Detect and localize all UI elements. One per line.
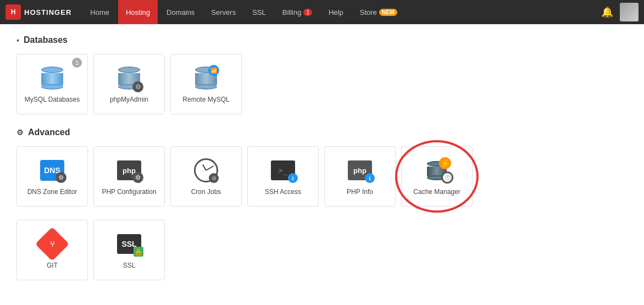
php-info-card[interactable]: php i PHP Info: [324, 146, 396, 207]
advanced-section-header: ⚙ Advanced: [16, 127, 628, 137]
notification-bell-icon[interactable]: 🔔: [601, 6, 613, 18]
databases-section-icon: ▪: [16, 36, 19, 45]
remote-mysql-card[interactable]: 📶 Remote MySQL: [170, 54, 242, 114]
mysql-badge: 1: [72, 58, 82, 68]
dns-gear-icon: ⚙: [55, 172, 66, 183]
ssl-card[interactable]: SSL 🔒 SSL: [93, 220, 165, 280]
dns-zone-editor-icon: DNS ⚙: [39, 157, 65, 184]
brand-logo-area[interactable]: H HOSTINGER: [5, 4, 71, 20]
nav-hosting[interactable]: Hosting: [118, 0, 158, 24]
mysql-databases-card[interactable]: 1 MySQL Databases: [16, 54, 88, 114]
nav-home[interactable]: Home: [82, 0, 117, 24]
databases-cards-grid: 1 MySQL Databases ⚙ phpMyAdmin: [16, 54, 628, 114]
cache-lightning-icon: ⚡: [439, 157, 451, 169]
cron-jobs-card[interactable]: ⚙ Cron Jobs: [170, 146, 242, 207]
remote-mysql-card-label: Remote MySQL: [182, 96, 229, 103]
remote-mysql-wifi-overlay: 📶: [208, 65, 219, 76]
ssh-access-label: SSH Access: [265, 188, 301, 196]
nav-items: Home Hosting Domains Servers SSL Billing…: [82, 0, 601, 24]
php-info-label: PHP Info: [347, 188, 373, 196]
nav-ssl[interactable]: SSL: [245, 0, 274, 24]
cron-gear-icon: ⚙: [209, 173, 219, 183]
git-icon: ⑂: [39, 231, 65, 257]
ssl-icon: SSL 🔒: [116, 231, 142, 257]
nav-store[interactable]: Store NEW: [352, 0, 405, 24]
cache-clock-icon: 🕐: [441, 171, 453, 184]
advanced-section-title: Advanced: [28, 127, 70, 137]
advanced-row2-grid: ⑂ GIT SSL 🔒 SSL: [16, 220, 628, 280]
cache-manager-icon: ⚡ 🕐: [424, 157, 450, 184]
advanced-section-icon: ⚙: [16, 128, 24, 137]
user-avatar[interactable]: [620, 3, 639, 21]
phpinfo-info-icon: i: [365, 173, 375, 183]
brand-name: HOSTINGER: [24, 8, 71, 16]
cron-jobs-label: Cron Jobs: [191, 188, 221, 196]
php-configuration-card[interactable]: php ⚙ PHP Configuration: [93, 146, 165, 207]
main-content: ▪ Databases 1 MySQL Databases: [0, 24, 644, 305]
nav-help[interactable]: Help: [321, 0, 351, 24]
advanced-row1-grid: DNS ⚙ DNS Zone Editor php ⚙ PHP Configur…: [16, 146, 628, 207]
nav-billing[interactable]: Billing 1: [275, 0, 320, 24]
ssl-label: SSL: [123, 262, 136, 269]
nav-servers[interactable]: Servers: [203, 0, 243, 24]
avatar-image: [620, 3, 639, 21]
nav-right-area: 🔔: [601, 3, 639, 21]
php-config-gear-icon: ⚙: [132, 172, 143, 183]
php-configuration-label: PHP Configuration: [102, 188, 156, 196]
ssh-access-icon: >_ i: [270, 157, 296, 184]
php-configuration-icon: php ⚙: [116, 157, 142, 184]
ssh-access-card[interactable]: >_ i SSH Access: [247, 146, 319, 207]
store-new-badge: NEW: [379, 9, 397, 16]
dns-zone-editor-card[interactable]: DNS ⚙ DNS Zone Editor: [16, 146, 88, 207]
git-card[interactable]: ⑂ GIT: [16, 220, 88, 280]
brand-icon: H: [5, 4, 21, 20]
billing-badge: 1: [303, 9, 312, 16]
remote-mysql-icon: 📶: [193, 65, 219, 91]
phpmyadmin-card[interactable]: ⚙ phpMyAdmin: [93, 54, 165, 114]
dns-zone-editor-label: DNS Zone Editor: [27, 188, 77, 196]
mysql-card-label: MySQL Databases: [25, 96, 80, 103]
mysql-icon: [39, 65, 65, 91]
ssl-lock-icon: 🔒: [134, 247, 143, 257]
ssh-info-icon: i: [288, 173, 298, 183]
git-label: GIT: [47, 262, 58, 269]
databases-section-title: Databases: [24, 35, 68, 45]
cache-manager-card[interactable]: ⚡ 🕐 Cache Manager: [401, 146, 473, 207]
phpmyadmin-icon: ⚙: [116, 65, 142, 91]
php-info-icon: php i: [347, 157, 373, 184]
cache-manager-label: Cache Manager: [413, 188, 460, 196]
cron-jobs-icon: ⚙: [193, 157, 219, 184]
nav-domains[interactable]: Domains: [159, 0, 202, 24]
databases-section-header: ▪ Databases: [16, 35, 628, 45]
top-navigation: H HOSTINGER Home Hosting Domains Servers…: [0, 0, 644, 24]
phpmyadmin-gear-overlay: ⚙: [132, 81, 143, 92]
phpmyadmin-card-label: phpMyAdmin: [110, 96, 148, 103]
